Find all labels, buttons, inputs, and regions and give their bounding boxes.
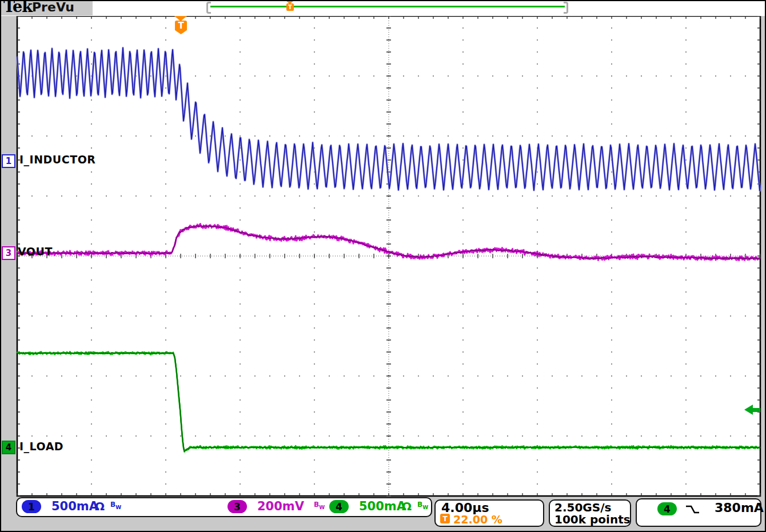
ch4-badge: 4: [329, 500, 349, 513]
record-length-readout: 100k points: [554, 513, 631, 526]
trigger-readout-box: 4 380mA: [636, 498, 761, 527]
trigger-position-arrow-icon: [174, 16, 187, 21]
ch1-impedance-symbol: Ω: [95, 499, 105, 513]
oscilloscope-screen: Tek PreVu T T 1 3 4 I_INDUCTOR VOUT I_LO…: [0, 0, 766, 532]
ch3-position-marker: 3: [2, 246, 15, 260]
ch1-trace-label: I_INDUCTOR: [19, 153, 95, 166]
ch3-trace-label: VOUT: [18, 245, 53, 258]
ch4-position-number: 4: [6, 442, 11, 453]
trigger-position-icon: T: [440, 514, 450, 523]
record-view-bar: [210, 6, 565, 7]
ch1-marker-arrow-icon: [14, 157, 19, 166]
ch4-trace-label: I_LOAD: [19, 440, 63, 453]
logo-box: Tek PreVu: [0, 0, 93, 15]
trigger-level-readout: 380mA: [715, 501, 764, 515]
ch1-bw-b: B: [110, 501, 115, 509]
ch3-bw-b: B: [314, 501, 319, 509]
ch3-position-number: 3: [6, 248, 11, 258]
waveform-display: [0, 0, 766, 532]
ch3-badge: 3: [228, 500, 247, 513]
ch4-bw-b: B: [417, 501, 422, 509]
trigger-level-arrow-icon: [744, 405, 753, 415]
ch1-scale-readout: 500mA: [51, 499, 98, 513]
trigger-source-badge: 4: [657, 502, 677, 515]
ch4-bw-w: W: [422, 505, 428, 510]
ch1-position-number: 1: [6, 156, 11, 166]
acquisition-mode-label: PreVu: [32, 0, 74, 14]
ch4-marker-arrow-icon: [14, 443, 19, 452]
ch1-bw-w: W: [115, 505, 121, 510]
record-trigger-marker: T: [286, 3, 294, 11]
ch1-bandwidth-indicator: BW: [110, 501, 121, 510]
record-view-left-bracket: [206, 2, 211, 14]
ch3-bw-w: W: [319, 505, 325, 510]
ch3-scale-readout: 200mV: [257, 499, 304, 513]
trigger-position-readout: 22.00 %: [453, 513, 502, 526]
acquisition-readout-box: 2.50GS/s 100k points: [549, 499, 631, 527]
channel-readouts-box: 1 500mA Ω BW 3 200mV BW 4 500mA Ω BW: [16, 497, 432, 517]
record-view-right-bracket: [564, 2, 568, 14]
falling-edge-icon: [685, 504, 701, 515]
ch4-position-marker: 4: [2, 441, 15, 454]
horizontal-readout-box: 4.00µs T 22.00 %: [434, 499, 544, 527]
ch3-bandwidth-indicator: BW: [314, 501, 325, 510]
trigger-level-marker-tail: [753, 408, 760, 412]
tek-logo: Tek: [3, 0, 32, 15]
ch4-scale-readout: 500mA: [359, 499, 406, 513]
ch4-bandwidth-indicator: BW: [417, 501, 428, 510]
top-status-bar: Tek PreVu T: [0, 0, 766, 16]
ch1-position-marker: 1: [2, 154, 15, 168]
ch3-marker-arrow-icon: [14, 249, 19, 258]
ch1-badge: 1: [22, 500, 41, 513]
ch4-impedance-symbol: Ω: [402, 499, 412, 513]
